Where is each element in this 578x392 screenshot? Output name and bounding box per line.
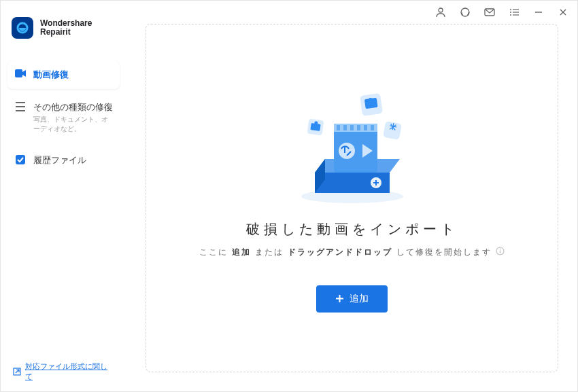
support-icon[interactable] — [458, 5, 473, 20]
supported-formats-link[interactable]: 対応ファイル形式に関して — [1, 352, 126, 391]
mail-icon[interactable] — [482, 5, 497, 20]
svg-rect-12 — [513, 9, 519, 10]
main: 破損した動画をインポート ここに追加またはドラッグアンドドロップして修復を開始し… — [126, 1, 577, 391]
sidebar-item-video-repair[interactable]: 動画修復 — [7, 60, 120, 89]
svg-rect-5 — [16, 110, 25, 111]
nav-label: 履歴ファイル — [33, 154, 86, 166]
import-heading: 破損した動画をインポート — [246, 220, 458, 238]
close-icon[interactable] — [556, 5, 571, 20]
svg-rect-1 — [15, 69, 22, 77]
svg-rect-16 — [513, 14, 519, 15]
svg-rect-6 — [16, 155, 25, 164]
import-dropzone[interactable]: 破損した動画をインポート ここに追加またはドラッグアンドドロップして修復を開始し… — [146, 24, 558, 372]
svg-marker-2 — [22, 70, 26, 77]
nav-label: 動画修復 — [33, 69, 69, 81]
user-icon[interactable] — [433, 5, 448, 20]
svg-rect-30 — [364, 125, 367, 130]
app-logo: Wondershare Repairit — [1, 1, 126, 55]
footer-link-label: 対応ファイル形式に関して — [25, 361, 114, 382]
content: 破損した動画をインポート ここに追加またはドラッグアンドドロップして修復を開始し… — [126, 24, 577, 391]
check-icon — [14, 155, 27, 164]
svg-point-33 — [339, 143, 355, 159]
svg-point-13 — [510, 12, 511, 13]
add-button[interactable]: 追加 — [316, 285, 388, 313]
add-button-label: 追加 — [350, 293, 369, 305]
svg-point-15 — [510, 14, 511, 16]
nav: 動画修復 その他の種類の修復 写真、ドキュメント、オーディオなど。 履歴ファイル — [1, 55, 126, 352]
svg-rect-27 — [343, 125, 347, 130]
svg-point-8 — [439, 8, 443, 12]
box-illustration — [281, 84, 424, 207]
info-icon[interactable] — [496, 247, 505, 257]
logo-icon — [12, 17, 33, 39]
window-toolbar — [126, 1, 577, 24]
svg-rect-4 — [16, 106, 25, 107]
svg-rect-31 — [371, 125, 374, 130]
sidebar: Wondershare Repairit 動画修復 その他の種類の修復 写真、ド… — [1, 1, 126, 391]
import-description: ここに追加またはドラッグアンドドロップして修復を開始します — [199, 247, 505, 258]
minimize-icon[interactable] — [531, 5, 546, 20]
svg-rect-26 — [337, 125, 340, 130]
svg-rect-3 — [16, 102, 25, 103]
svg-point-43 — [500, 249, 501, 250]
logo-text: Wondershare Repairit — [40, 19, 92, 37]
grid-icon — [14, 102, 27, 111]
svg-rect-28 — [350, 125, 354, 130]
svg-point-11 — [510, 9, 511, 10]
sidebar-item-other-repair[interactable]: その他の種類の修復 写真、ドキュメント、オーディオなど。 — [7, 93, 120, 142]
app-container: Wondershare Repairit 動画修復 その他の種類の修復 写真、ド… — [1, 1, 577, 391]
nav-label: その他の種類の修復 — [33, 101, 113, 113]
svg-rect-40 — [383, 121, 402, 140]
svg-rect-14 — [513, 12, 519, 12]
nav-sublabel: 写真、ドキュメント、オーディオなど。 — [33, 115, 113, 134]
plus-icon — [335, 294, 344, 303]
sidebar-item-history[interactable]: 履歴ファイル — [7, 146, 120, 175]
svg-rect-29 — [357, 125, 360, 130]
menu-icon[interactable] — [507, 5, 522, 20]
external-link-icon — [13, 368, 21, 376]
video-icon — [14, 69, 27, 77]
